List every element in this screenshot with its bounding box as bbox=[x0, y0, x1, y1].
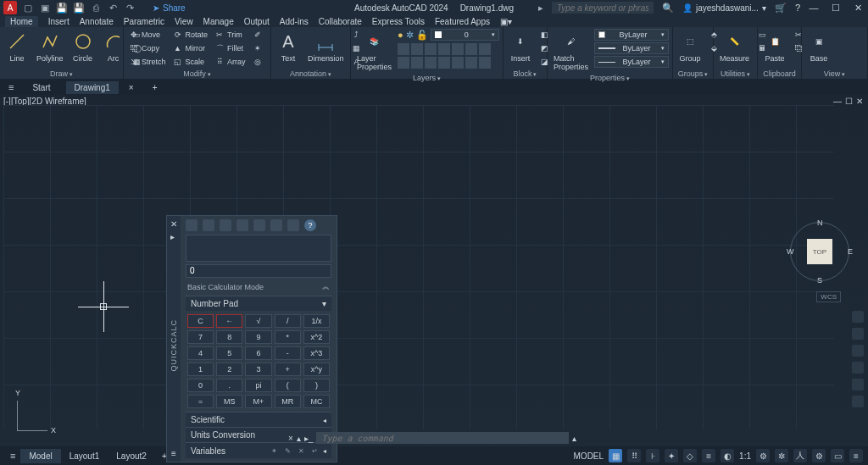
status-iso-icon[interactable]: ✲ bbox=[775, 449, 788, 462]
ribbon-toggle-icon[interactable]: ▣▾ bbox=[500, 17, 512, 27]
tab-manage[interactable]: Manage bbox=[203, 17, 234, 27]
tab-view[interactable]: View bbox=[175, 17, 193, 27]
viewcube-w[interactable]: W bbox=[787, 247, 794, 256]
copy-button[interactable]: ⿻Copy bbox=[127, 42, 168, 54]
close-button[interactable]: ✕ bbox=[853, 3, 863, 14]
status-osnap-icon[interactable]: ◇ bbox=[683, 449, 697, 462]
nav-orbit-icon[interactable] bbox=[852, 362, 864, 374]
calc-key-1x[interactable]: 1/x bbox=[303, 314, 330, 328]
offset-button[interactable]: ◎ bbox=[251, 56, 264, 68]
open-icon[interactable]: ▣ bbox=[39, 2, 51, 14]
var-del-icon[interactable]: ✕ bbox=[296, 446, 306, 456]
vp-minimize-icon[interactable]: — bbox=[833, 97, 842, 106]
fillet-button[interactable]: ⌒Fillet bbox=[213, 42, 248, 54]
panel-annotation-label[interactable]: Annotation bbox=[290, 69, 331, 78]
panel-groups-label[interactable]: Groups bbox=[678, 69, 708, 78]
layer-tool-icon[interactable] bbox=[411, 43, 423, 55]
palette-close-icon[interactable]: ✕ bbox=[170, 219, 177, 229]
calc-key-0[interactable]: 0 bbox=[187, 379, 214, 392]
color-combo[interactable]: ByLayer bbox=[594, 29, 669, 41]
rotate-button[interactable]: ⟳Rotate bbox=[171, 29, 210, 41]
calc-key-[interactable]: = bbox=[187, 395, 214, 408]
layer-tool-icon[interactable] bbox=[411, 57, 423, 69]
status-anno-icon[interactable]: 人 bbox=[793, 449, 807, 462]
panel-block-label[interactable]: Block bbox=[514, 69, 537, 78]
viewcube-n[interactable]: N bbox=[817, 219, 823, 227]
tab-featured[interactable]: Featured Apps bbox=[435, 17, 490, 27]
calc-key-MR[interactable]: MR bbox=[275, 395, 301, 408]
insert-block-button[interactable]: ⬇Insert bbox=[507, 29, 534, 64]
arc-button[interactable]: Arc bbox=[100, 29, 127, 64]
cmd-close-icon[interactable]: × bbox=[288, 434, 293, 443]
nav-showmotion-icon[interactable] bbox=[852, 379, 864, 390]
doc-tab-new-icon[interactable]: + bbox=[144, 81, 166, 94]
calc-key-6[interactable]: 6 bbox=[245, 346, 271, 360]
layer-tool-icon[interactable] bbox=[479, 57, 491, 69]
wcs-label[interactable]: WCS bbox=[816, 291, 841, 302]
calc-clear-icon[interactable] bbox=[186, 219, 198, 231]
layer-tool-icon[interactable] bbox=[479, 43, 491, 55]
palette-pin-icon[interactable]: ▸ bbox=[170, 232, 177, 241]
layer-tool-icon[interactable] bbox=[425, 57, 437, 69]
calc-key-x3[interactable]: x^3 bbox=[303, 346, 330, 360]
tab-insert[interactable]: Insert bbox=[48, 17, 70, 27]
scale-button[interactable]: ◱Scale bbox=[171, 56, 210, 68]
panel-properties-label[interactable]: Properties bbox=[590, 74, 630, 82]
layer-combo[interactable]: 0 bbox=[431, 29, 499, 41]
viewcube[interactable]: TOP N S E W bbox=[790, 222, 849, 281]
var-edit-icon[interactable]: ✎ bbox=[282, 446, 292, 456]
dimension-button[interactable]: Dimension bbox=[305, 29, 347, 64]
doc-tab-start[interactable]: Start bbox=[24, 81, 58, 94]
calc-intersect-icon[interactable] bbox=[287, 219, 299, 231]
redo-icon[interactable]: ↷ bbox=[124, 2, 136, 14]
tab-parametric[interactable]: Parametric bbox=[124, 17, 164, 27]
lineweight-combo[interactable]: ByLayer bbox=[594, 42, 669, 54]
line-button[interactable]: Line bbox=[3, 29, 31, 64]
calc-paste-icon[interactable] bbox=[220, 219, 231, 231]
minimize-button[interactable]: — bbox=[809, 3, 819, 14]
var-apply-icon[interactable]: ↵ bbox=[309, 446, 320, 456]
viewcube-s[interactable]: S bbox=[817, 276, 822, 285]
cart-icon[interactable]: 🛒 bbox=[775, 3, 787, 14]
tab-express[interactable]: Express Tools bbox=[372, 17, 425, 27]
tab-annotate[interactable]: Annotate bbox=[80, 17, 114, 27]
help-icon[interactable]: ? bbox=[795, 3, 800, 13]
layer-tool-icon[interactable] bbox=[438, 57, 450, 69]
stretch-button[interactable]: ⇲Stretch bbox=[127, 56, 168, 68]
calc-key-3[interactable]: 3 bbox=[245, 363, 271, 376]
save-icon[interactable]: 💾 bbox=[56, 2, 68, 14]
explode-button[interactable]: ✶ bbox=[251, 42, 264, 54]
search-caret-icon[interactable]: ▸ bbox=[538, 3, 543, 14]
panel-modify-label[interactable]: Modify bbox=[183, 69, 210, 78]
section-scientific[interactable]: Scientific bbox=[186, 412, 331, 427]
measure-button[interactable]: 📏Measure bbox=[717, 29, 752, 64]
status-custom-icon[interactable]: ≡ bbox=[849, 449, 863, 462]
cmd-history-icon[interactable]: ▴ bbox=[297, 434, 301, 443]
calc-key-1[interactable]: 1 bbox=[187, 363, 214, 376]
status-snap-icon[interactable]: ⠿ bbox=[627, 449, 641, 462]
tab-collaborate[interactable]: Collaborate bbox=[319, 17, 362, 27]
calc-key-8[interactable]: 8 bbox=[216, 330, 242, 344]
group-button[interactable]: ⬚Group bbox=[676, 29, 704, 64]
calc-key-pi[interactable]: pi bbox=[245, 379, 271, 392]
layer-properties-button[interactable]: 📚Layer Properties bbox=[354, 29, 394, 73]
status-grid-icon[interactable]: ▦ bbox=[609, 449, 622, 462]
calc-input[interactable]: 0 bbox=[186, 264, 331, 278]
status-ortho-icon[interactable]: ⊦ bbox=[646, 449, 659, 462]
share-button[interactable]: Share bbox=[163, 3, 186, 13]
layer-tool-icon[interactable] bbox=[465, 57, 477, 69]
linetype-combo[interactable]: ByLayer bbox=[594, 56, 669, 68]
nav-more-icon[interactable] bbox=[852, 396, 864, 407]
print-icon[interactable]: ⎙ bbox=[90, 2, 102, 14]
layer-tool-icon[interactable] bbox=[465, 43, 477, 55]
calc-getpoint-icon[interactable] bbox=[236, 219, 248, 231]
polyline-button[interactable]: Polyline bbox=[34, 29, 66, 64]
tab-home[interactable]: Home bbox=[5, 16, 38, 27]
calc-key-[interactable]: ( bbox=[275, 379, 301, 392]
calc-key-MC[interactable]: MC bbox=[303, 395, 330, 408]
calc-dist-icon[interactable] bbox=[253, 219, 265, 231]
layer-tool-icon[interactable] bbox=[398, 57, 409, 69]
tab-layout1[interactable]: Layout1 bbox=[61, 449, 108, 463]
calc-collapse-icon[interactable]: ︽ bbox=[322, 281, 330, 292]
layer-tool-icon[interactable] bbox=[438, 43, 450, 55]
